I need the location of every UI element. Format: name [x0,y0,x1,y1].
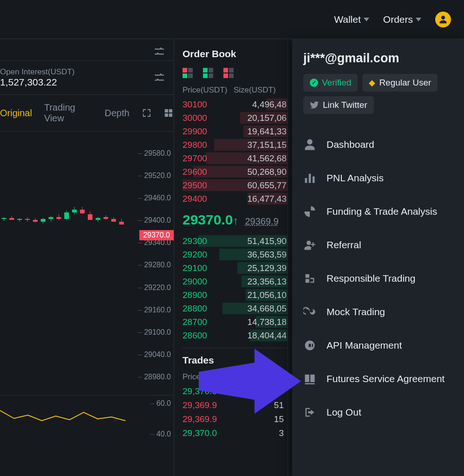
open-interest-label: Open Interest(USDT) [0,67,75,77]
user-icon [438,15,448,24]
trade-price: 29,370.0 [183,426,238,440]
orderbook-header-size: Size(USDT) [234,86,276,95]
y-tick: 29220.0 [138,284,171,292]
svg-rect-19 [72,210,77,212]
orders-nav[interactable]: Orders [383,14,421,25]
pie-chart-icon [303,205,316,218]
volume-subchart: 60.040.0 [0,396,174,442]
orderbook-row[interactable]: 2900023,356,13 [183,275,288,288]
open-interest-value: 1,527,303.22 [0,77,75,88]
wallet-nav[interactable]: Wallet [334,14,369,25]
orderbook-price: 29800 [183,138,234,152]
menu-dashboard[interactable]: Dashboard [303,128,464,161]
trade-row[interactable]: 29,370.029 [183,384,288,398]
orderbook-price: 28800 [183,302,234,315]
orderbook-price: 30000 [183,111,234,125]
orderbook-row[interactable]: 3000020,157,06 [183,111,288,125]
orderbook-mid-price: 29370.0↑ [183,212,238,228]
menu-responsible-trading[interactable]: Responsible Trading [303,262,464,295]
orderbook-mode-both[interactable] [183,68,193,78]
y-tick: 29040.0 [138,350,171,359]
orderbook-price: 29500 [183,178,234,192]
settings-sliders-icon[interactable] [153,46,165,58]
user-icon [303,138,316,151]
svg-rect-1 [1,218,6,219]
orderbook-row[interactable]: 2960050,268,90 [183,165,288,178]
orderbook-size: 34,668,05 [234,302,288,315]
orderbook-row[interactable]: 2940016,477,43 [183,192,288,205]
svg-rect-11 [41,219,46,222]
orderbook-title: Order Book [183,48,288,60]
settings-sliders-icon[interactable] [153,72,165,84]
svg-rect-5 [17,219,22,220]
candlestick-series [0,205,125,261]
menu-api-management[interactable]: API Management [303,329,464,362]
orderbook-mode-bids[interactable] [203,68,213,78]
trade-amount: 29 [238,384,288,398]
tab-original[interactable]: Original [0,108,32,119]
orderbook-price: 28700 [183,315,234,329]
svg-rect-31 [119,222,124,225]
chip-regular-user[interactable]: ◆ Regular User [362,74,438,92]
orderbook-size: 51,415,90 [234,234,288,248]
menu-log-out[interactable]: Log Out [303,396,464,429]
trades-title: Trades [183,355,288,366]
orderbook-row[interactable]: 2860018,404,44 [183,329,288,342]
svg-rect-13 [49,217,53,219]
orderbook-row[interactable]: 2890021,056,10 [183,288,288,302]
verified-icon [310,79,318,87]
avatar[interactable] [435,12,451,27]
orderbook-row[interactable]: 2970041,562,68 [183,152,288,165]
trade-amount: 51 [238,398,288,412]
orderbook-row[interactable]: 2930051,415,90 [183,234,288,248]
trade-row[interactable]: 29,369.915 [183,412,288,426]
menu-funding-trade-analysis[interactable]: Funding & Trade Analysis [303,195,464,228]
tab-depth[interactable]: Depth [105,108,129,119]
chip-verified[interactable]: Verified [303,74,358,92]
volume-line [0,407,125,425]
y-tick: 29100.0 [138,328,171,337]
orderbook-row[interactable]: 2870014,738,18 [183,315,288,329]
orderbook-row[interactable]: 2910025,129,39 [183,261,288,275]
orderbook-size: 14,738,18 [234,315,288,329]
orderbook-row[interactable]: 301004,496,48 [183,98,288,111]
orderbook-row[interactable]: 2880034,668,05 [183,302,288,315]
orderbook-price: 29400 [183,192,234,205]
chip-link-twitter[interactable]: Link Twitter [303,96,374,114]
orderbook-size: 20,157,06 [234,111,288,125]
svg-rect-25 [96,218,100,220]
orderbook-size: 19,641,33 [234,125,288,138]
trade-row[interactable]: 29,370.03 [183,426,288,440]
orderbook-size: 4,496,48 [234,98,288,111]
logout-icon [303,406,316,419]
orderbook-mark-price[interactable]: 29369.9 [245,216,278,227]
orderbook-price: 28600 [183,329,234,342]
tab-tradingview[interactable]: Trading View [44,102,92,124]
svg-rect-3 [9,218,14,220]
user-plus-icon [303,238,316,251]
y-tick: 28980.0 [138,373,171,381]
price-chart[interactable]: 29580.029520.029460.029400.029340.029280… [0,132,174,476]
menu-referral[interactable]: Referral [303,228,464,262]
orderbook-size: 25,129,39 [234,261,288,275]
orderbook-price: 29300 [183,234,234,248]
expand-icon[interactable] [142,107,152,119]
orderbook-price: 29700 [183,152,234,165]
bar-chart-icon [303,172,316,185]
menu-futures-agreement[interactable]: Futures Service Agreement [303,362,464,396]
shield-icon [303,272,316,285]
vol-tick: 60.0 [150,399,171,408]
menu-pnl-analysis[interactable]: PNL Analysis [303,161,464,195]
swap-icon [303,305,316,318]
orderbook-row[interactable]: 2920036,563,59 [183,248,288,261]
orderbook-mode-asks[interactable] [223,68,234,78]
account-panel: ji***@gmail.com Verified ◆ Regular User … [292,39,464,476]
trade-row[interactable]: 29,369.951 [183,398,288,412]
orderbook-row[interactable]: 2990019,641,33 [183,125,288,138]
y-tick: 29400.0 [138,216,171,225]
orderbook-row[interactable]: 2980037,151,15 [183,138,288,152]
orderbook-row[interactable]: 2950060,655,77 [183,178,288,192]
menu-mock-trading[interactable]: Mock Trading [303,295,464,329]
orderbook-size: 21,056,10 [234,288,288,302]
grid-icon[interactable] [163,107,174,119]
